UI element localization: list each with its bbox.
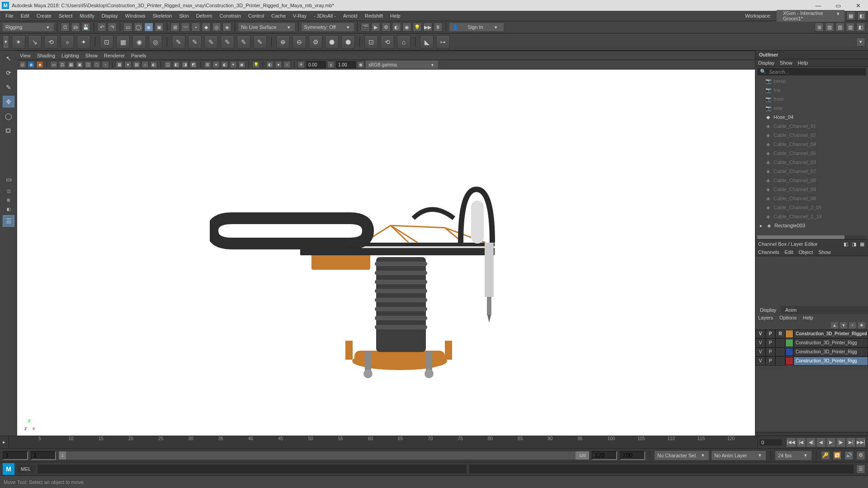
outliner-menu-display[interactable]: Display: [758, 60, 774, 66]
snap-point-button[interactable]: •: [191, 23, 200, 32]
range-start-full[interactable]: [3, 451, 28, 460]
outliner-search[interactable]: 🔍 Search...: [757, 68, 866, 75]
go-to-start-button[interactable]: |◀◀: [787, 438, 796, 447]
outliner-item[interactable]: ◆Hose_04: [755, 113, 868, 122]
bookmark-icon[interactable]: ◆: [36, 61, 43, 68]
film-gate-icon[interactable]: ⊡: [59, 61, 66, 68]
outliner-menu-show[interactable]: Show: [780, 60, 793, 66]
gate-mask-icon[interactable]: ▣: [76, 61, 83, 68]
panel-menu-show[interactable]: Show: [85, 53, 98, 58]
menu-skin[interactable]: Skin: [175, 13, 192, 19]
last-tool[interactable]: ▭: [3, 174, 14, 185]
point-constraint-icon[interactable]: ⊖: [292, 35, 306, 49]
layer-horizontal-scrollbar[interactable]: [755, 432, 868, 436]
render-frame-button[interactable]: 🎬: [361, 23, 370, 32]
blend-shape-icon[interactable]: ✎: [188, 35, 202, 49]
toggle-panel3-button[interactable]: ▥: [846, 23, 855, 32]
play-forward-button[interactable]: ▶: [826, 438, 835, 447]
menu-modify[interactable]: Modify: [76, 13, 98, 19]
expand-icon[interactable]: ▸: [759, 223, 764, 229]
pose-icon[interactable]: ⊡: [364, 35, 378, 49]
ipr-render-button[interactable]: ▶: [371, 23, 380, 32]
hypershade-button[interactable]: ◐: [392, 23, 401, 32]
workspace-dropdown[interactable]: XGen - Interactive Groom1*▾: [777, 10, 844, 22]
cb-menu-object[interactable]: Object: [798, 249, 813, 255]
step-forward-button[interactable]: |▶: [836, 438, 845, 447]
outliner-item[interactable]: ◆Cable_Channel_06: [755, 194, 868, 203]
camera-attributes-icon[interactable]: ◉: [28, 61, 35, 68]
go-to-end-button[interactable]: ▶▶|: [856, 438, 865, 447]
control-rig-icon[interactable]: ⟲: [381, 35, 394, 49]
step-back-key-button[interactable]: |◀: [797, 438, 806, 447]
smooth-shade-icon[interactable]: ●: [124, 61, 132, 68]
safe-action-icon[interactable]: □: [93, 61, 100, 68]
redo-button[interactable]: ↷: [108, 23, 117, 32]
range-start[interactable]: [31, 451, 56, 460]
exposure-icon[interactable]: ☀: [297, 61, 305, 68]
set-driven-icon[interactable]: ↦: [436, 35, 450, 49]
panel-menu-view[interactable]: View: [20, 53, 31, 58]
range-slider-track[interactable]: 1 120: [59, 451, 589, 460]
smooth-icon[interactable]: ✎: [253, 35, 267, 49]
gamma-icon[interactable]: γ: [327, 61, 335, 68]
menu-file[interactable]: File: [2, 13, 17, 19]
outliner-item[interactable]: ◆Cable_Channel_08: [755, 176, 868, 185]
viewport-3d[interactable]: yzx: [17, 70, 755, 436]
safe-title-icon[interactable]: ▫: [102, 61, 109, 68]
outliner-item[interactable]: ◆Cable_Channel_2_09: [755, 203, 868, 212]
outliner-item[interactable]: 📷persp: [755, 76, 868, 85]
outliner-item[interactable]: ▸◈Rectangle003: [755, 221, 868, 230]
range-end-full[interactable]: [620, 451, 645, 460]
use-lights-icon[interactable]: ☼: [142, 61, 149, 68]
shadows-icon[interactable]: ◐: [150, 61, 157, 68]
layer-row[interactable]: VPConstruction_3D_Printer_Rigg: [755, 347, 868, 357]
lasso-tool[interactable]: ⟳: [3, 67, 14, 79]
select-by-type-button[interactable]: ▣: [155, 23, 164, 32]
two-sided-icon[interactable]: ◐: [266, 61, 274, 68]
hardware-fog-icon[interactable]: ○: [283, 61, 291, 68]
multisample-icon[interactable]: ✦: [230, 61, 237, 68]
gamma-input[interactable]: [336, 61, 356, 68]
light-button[interactable]: 💡: [413, 23, 422, 32]
undo-button[interactable]: ↶: [97, 23, 106, 32]
menu-select[interactable]: Select: [55, 13, 76, 19]
dof-icon[interactable]: ◉: [238, 61, 245, 68]
toggle-panel1-button[interactable]: ▥: [825, 23, 834, 32]
menu-3dtoall[interactable]: - 3DtoAll -: [310, 13, 340, 19]
outliner-item[interactable]: 📷top: [755, 85, 868, 94]
symmetry-dropdown[interactable]: Symmetry: Off▾: [302, 23, 354, 31]
layer-row[interactable]: VPConstruction_3D_Printer_Rigg: [755, 338, 868, 347]
anim-prefs-button[interactable]: ⚙: [856, 451, 865, 460]
select-mode-button[interactable]: ▭: [123, 23, 132, 32]
layer-add-selected-icon[interactable]: +: [849, 322, 856, 328]
close-button[interactable]: ✕: [848, 0, 868, 11]
sidebar-toggle-button[interactable]: ◧: [857, 11, 866, 20]
cb-menu-show[interactable]: Show: [818, 249, 831, 255]
ik-handle-icon[interactable]: ✦: [77, 35, 90, 49]
colorspace-dropdown[interactable]: sRGB gamma▾: [366, 61, 438, 69]
outliner-item[interactable]: ◆Cable_Channel_04: [755, 140, 868, 149]
menu-display[interactable]: Display: [98, 13, 122, 19]
script-editor-button[interactable]: ☰: [856, 465, 865, 474]
channel-box-icons[interactable]: ◧ ◨ ▦: [843, 241, 865, 247]
layer-move-down-icon[interactable]: ▼: [840, 322, 847, 328]
resolution-gate-icon[interactable]: ▦: [67, 61, 75, 68]
cb-menu-edit[interactable]: Edit: [784, 249, 793, 255]
scale-tool[interactable]: ⛋: [3, 125, 14, 136]
outliner-item[interactable]: ◆Cable_Channel_09: [755, 185, 868, 194]
both-icon[interactable]: ▦: [859, 241, 865, 247]
menu-windows[interactable]: Windows: [122, 13, 149, 19]
layers-icon[interactable]: ◨: [851, 241, 857, 247]
panel-menu-panels[interactable]: Panels: [131, 53, 146, 58]
play-back-button[interactable]: ◀: [816, 438, 826, 447]
maximize-button[interactable]: ▭: [828, 0, 848, 11]
step-forward-key-button[interactable]: ▶|: [846, 438, 855, 447]
tab-anim[interactable]: Anim: [781, 306, 801, 314]
paint-select-button[interactable]: ◉: [144, 23, 153, 32]
outliner-item[interactable]: ◆Cable_Channel_05: [755, 149, 868, 158]
menu-control[interactable]: Control: [245, 13, 268, 19]
paint-weights-icon[interactable]: ✎: [172, 35, 185, 49]
menu-edit[interactable]: Edit: [17, 13, 33, 19]
layer-move-up-icon[interactable]: ▲: [831, 322, 838, 328]
layers-menu-help[interactable]: Help: [803, 315, 813, 320]
